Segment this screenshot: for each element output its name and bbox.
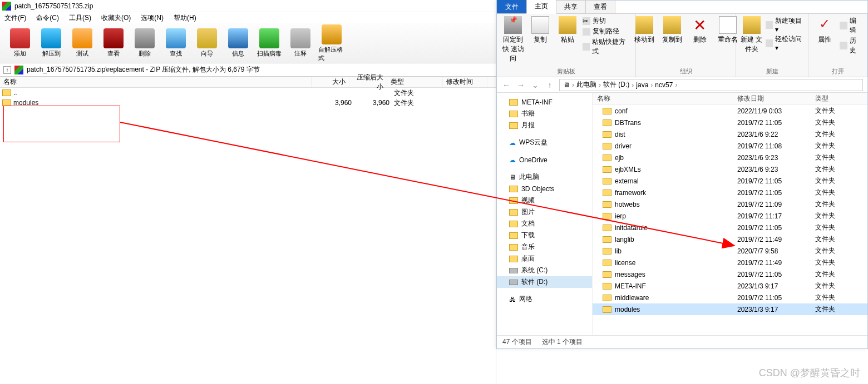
- list-item[interactable]: DBTrans2019/7/2 11:05文件夹: [593, 117, 867, 128]
- toolbar-注释[interactable]: 注释: [287, 28, 314, 58]
- cut-button[interactable]: ✂剪切: [583, 16, 631, 26]
- hdr-date[interactable]: 修改日期: [737, 94, 815, 103]
- edit-button[interactable]: 编辑: [840, 16, 862, 35]
- list-item[interactable]: ejb2023/1/6 9:23文件夹: [593, 152, 867, 163]
- menu-item[interactable]: 选项(N): [141, 13, 164, 23]
- sidebar-item[interactable]: META-INF: [497, 96, 592, 108]
- toolbar-查找[interactable]: 查找: [162, 28, 189, 58]
- delete-button[interactable]: ✕删除: [688, 16, 712, 44]
- ribbon-clipboard: 📌固定到快 速访问 复制 粘贴 ✂剪切 复制路径 粘贴快捷方式 剪贴板: [497, 14, 636, 77]
- crumb[interactable]: 软件 (D:): [603, 80, 629, 89]
- list-item[interactable]: framework2019/7/2 11:05文件夹: [593, 187, 867, 198]
- newfolder-button[interactable]: 新建 文件夹: [741, 16, 762, 54]
- list-item[interactable]: messages2019/7/2 11:05文件夹: [593, 268, 867, 280]
- toolbar-测试[interactable]: 测试: [69, 28, 96, 58]
- nav-up[interactable]: ↑: [545, 80, 555, 90]
- menu-item[interactable]: 命令(C): [36, 13, 59, 23]
- winrar-title-text: patch_1675750751735.zip: [14, 2, 93, 10]
- crumb[interactable]: 此电脑: [576, 80, 596, 89]
- list-item[interactable]: middleware2019/7/2 11:05文件夹: [593, 292, 867, 303]
- sidebar-item[interactable]: 图片: [497, 206, 592, 218]
- toolbar-扫描病毒[interactable]: 扫描病毒: [256, 28, 283, 58]
- toolbar-信息[interactable]: 信息: [225, 28, 251, 58]
- sidebar-item[interactable]: 文档: [497, 218, 592, 230]
- hdr-type[interactable]: 类型: [815, 94, 860, 103]
- list-item[interactable]: hotwebs2019/7/2 11:09文件夹: [593, 198, 867, 210]
- menu-item[interactable]: 文件(F): [4, 13, 26, 23]
- sidebar-item[interactable]: 下载: [497, 230, 592, 241]
- menu-item[interactable]: 收藏夹(O): [101, 13, 131, 23]
- sidebar-item[interactable]: 音乐: [497, 241, 592, 253]
- nav-back[interactable]: ←: [501, 80, 511, 90]
- list-item[interactable]: license2019/7/2 11:49文件夹: [593, 257, 867, 268]
- copypath-icon: [583, 28, 590, 36]
- breadcrumb[interactable]: 🖥›此电脑›软件 (D:)›java›ncv57›: [559, 79, 863, 91]
- copy-button[interactable]: 复制: [529, 16, 553, 44]
- file-row[interactable]: modules3,9603,960文件夹: [0, 98, 496, 108]
- disk-icon: [509, 268, 518, 273]
- copyto-button[interactable]: 复制到: [660, 16, 684, 44]
- toolbar-自解压格式[interactable]: 自解压格式: [318, 24, 345, 62]
- properties-button[interactable]: ✓属性: [813, 16, 836, 44]
- tab-share[interactable]: 共享: [556, 0, 586, 13]
- tab-home[interactable]: 主页: [526, 0, 556, 14]
- crumb[interactable]: java: [636, 81, 648, 89]
- sidebar-item[interactable]: 桌面: [497, 253, 592, 265]
- folder-icon: [603, 225, 611, 231]
- file-row[interactable]: ..文件夹: [0, 88, 496, 98]
- list-item[interactable]: initdatarule2019/7/2 11:05文件夹: [593, 222, 867, 233]
- newitem-button[interactable]: 新建项目 ▾: [766, 16, 803, 33]
- list-item[interactable]: modules2023/1/3 9:17文件夹: [593, 303, 867, 315]
- path-text[interactable]: patch_1675750751735.zip\replacement - ZI…: [27, 65, 260, 74]
- menu-item[interactable]: 帮助(H): [174, 13, 196, 23]
- col-size[interactable]: 大小: [312, 77, 349, 87]
- sidebar-item[interactable]: 🖧网络: [497, 293, 592, 305]
- sidebar-item[interactable]: 软件 (D:): [497, 276, 592, 288]
- col-name[interactable]: 名称: [0, 77, 312, 87]
- list-item[interactable]: lib2020/7/7 9:58文件夹: [593, 245, 867, 257]
- pin-button[interactable]: 📌固定到快 速访问: [501, 16, 525, 63]
- moveto-button[interactable]: 移动到: [632, 16, 657, 44]
- col-packed[interactable]: 压缩后大小: [349, 73, 387, 92]
- list-item[interactable]: driver2019/7/2 11:08文件夹: [593, 140, 867, 152]
- list-item[interactable]: ierp2019/7/2 11:17文件夹: [593, 210, 867, 222]
- toolbar-删除[interactable]: 删除: [131, 28, 158, 58]
- sidebar-item[interactable]: ☁OneDrive: [497, 154, 592, 166]
- nav-forward[interactable]: →: [516, 80, 526, 90]
- copypath-button[interactable]: 复制路径: [583, 27, 631, 36]
- history-button[interactable]: 历史: [840, 36, 862, 55]
- list-item[interactable]: langlib2019/7/2 11:49文件夹: [593, 233, 867, 245]
- toolbar-向导[interactable]: 向导: [194, 28, 220, 58]
- folder-icon: [603, 166, 611, 173]
- sidebar-item[interactable]: 书籍: [497, 108, 592, 119]
- list-item[interactable]: conf2022/11/9 0:03文件夹: [593, 105, 867, 117]
- toolbar-查看[interactable]: 查看: [100, 28, 127, 58]
- list-item[interactable]: ejbXMLs2023/1/6 9:23文件夹: [593, 163, 867, 175]
- sidebar-item[interactable]: 系统 (C:): [497, 265, 592, 276]
- list-item[interactable]: META-INF2023/1/3 9:17文件夹: [593, 280, 867, 292]
- col-date[interactable]: 修改时间: [443, 77, 487, 87]
- sidebar-item[interactable]: 视频: [497, 195, 592, 206]
- menu-item[interactable]: 工具(S): [69, 13, 91, 23]
- folder-icon: [603, 131, 611, 138]
- sidebar-item[interactable]: 月报: [497, 119, 592, 131]
- moveto-icon: [635, 16, 653, 34]
- sidebar-item[interactable]: 3D Objects: [497, 183, 592, 195]
- list-item[interactable]: external2019/7/2 11:05文件夹: [593, 175, 867, 187]
- up-button[interactable]: ↑: [3, 66, 11, 74]
- paste-button[interactable]: 粘贴: [555, 16, 579, 44]
- tab-view[interactable]: 查看: [585, 0, 615, 13]
- easyaccess-button[interactable]: 轻松访问 ▾: [766, 34, 803, 52]
- pc-icon: 🖥: [563, 81, 570, 89]
- tab-file[interactable]: 文件: [497, 0, 527, 13]
- hdr-name[interactable]: 名称: [593, 94, 737, 103]
- toolbar-添加[interactable]: 添加: [7, 28, 33, 58]
- sidebar-item[interactable]: 🖥此电脑: [497, 171, 592, 183]
- col-type[interactable]: 类型: [387, 77, 443, 87]
- nav-recent[interactable]: ⌄: [530, 80, 540, 90]
- pasteshortcut-button[interactable]: 粘贴快捷方式: [583, 37, 631, 56]
- toolbar-解压到[interactable]: 解压到: [38, 28, 65, 58]
- list-item[interactable]: dist2023/1/6 9:22文件夹: [593, 128, 867, 140]
- sidebar-item[interactable]: ☁WPS云盘: [497, 137, 592, 148]
- crumb[interactable]: ncv57: [655, 81, 673, 89]
